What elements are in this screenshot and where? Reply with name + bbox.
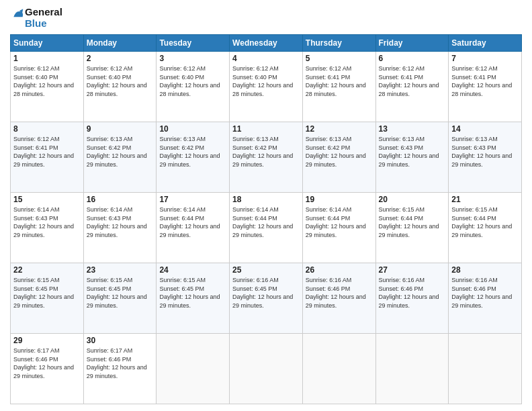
day-number: 6 xyxy=(379,54,446,63)
day-info: Sunrise: 6:15 AMSunset: 6:44 PMDaylight:… xyxy=(451,205,519,239)
day-number: 16 xyxy=(87,195,154,204)
day-number: 18 xyxy=(232,195,300,204)
day-number: 2 xyxy=(87,54,154,63)
day-info: Sunrise: 6:16 AMSunset: 6:46 PMDaylight:… xyxy=(451,276,519,310)
calendar-week-row: 1Sunrise: 6:12 AMSunset: 6:40 PMDaylight… xyxy=(11,52,522,122)
day-number: 10 xyxy=(159,124,226,134)
logo-text-line2: Blue xyxy=(25,18,62,30)
day-info: Sunrise: 6:12 AMSunset: 6:41 PMDaylight:… xyxy=(451,64,519,98)
day-info: Sunrise: 6:14 AMSunset: 6:43 PMDaylight:… xyxy=(87,205,154,239)
calendar-day-cell: 10Sunrise: 6:13 AMSunset: 6:42 PMDayligh… xyxy=(157,122,230,193)
day-info: Sunrise: 6:16 AMSunset: 6:45 PMDaylight:… xyxy=(232,276,300,310)
calendar-week-row: 29Sunrise: 6:17 AMSunset: 6:46 PMDayligh… xyxy=(11,334,522,404)
calendar-day-cell: 9Sunrise: 6:13 AMSunset: 6:42 PMDaylight… xyxy=(83,122,157,193)
calendar-body: 1Sunrise: 6:12 AMSunset: 6:40 PMDaylight… xyxy=(11,52,522,404)
day-number: 11 xyxy=(232,124,300,134)
calendar-day-cell: 22Sunrise: 6:15 AMSunset: 6:45 PMDayligh… xyxy=(11,263,84,334)
day-number: 22 xyxy=(13,265,81,275)
day-number: 5 xyxy=(306,54,373,63)
calendar-day-cell: 21Sunrise: 6:15 AMSunset: 6:44 PMDayligh… xyxy=(449,193,522,263)
day-number: 23 xyxy=(87,265,154,275)
calendar-day-cell: 27Sunrise: 6:16 AMSunset: 6:46 PMDayligh… xyxy=(375,263,449,334)
day-number: 27 xyxy=(379,265,446,275)
day-info: Sunrise: 6:12 AMSunset: 6:40 PMDaylight:… xyxy=(159,64,226,98)
logo: General Blue xyxy=(10,7,62,29)
calendar-day-cell: 28Sunrise: 6:16 AMSunset: 6:46 PMDayligh… xyxy=(449,263,522,334)
calendar-header-row: SundayMondayTuesdayWednesdayThursdayFrid… xyxy=(11,35,522,52)
calendar-day-cell: 16Sunrise: 6:14 AMSunset: 6:43 PMDayligh… xyxy=(83,193,157,263)
day-number: 7 xyxy=(451,54,519,63)
day-info: Sunrise: 6:13 AMSunset: 6:42 PMDaylight:… xyxy=(87,135,154,169)
day-number: 17 xyxy=(159,195,226,204)
calendar-week-row: 15Sunrise: 6:14 AMSunset: 6:43 PMDayligh… xyxy=(11,193,522,263)
logo-icon xyxy=(11,8,25,21)
calendar-day-cell: 11Sunrise: 6:13 AMSunset: 6:42 PMDayligh… xyxy=(230,122,303,193)
calendar-week-row: 8Sunrise: 6:12 AMSunset: 6:41 PMDaylight… xyxy=(11,122,522,193)
calendar-day-cell: 13Sunrise: 6:13 AMSunset: 6:43 PMDayligh… xyxy=(375,122,449,193)
calendar-day-cell xyxy=(375,334,449,404)
calendar-week-row: 22Sunrise: 6:15 AMSunset: 6:45 PMDayligh… xyxy=(11,263,522,334)
calendar-day-cell: 30Sunrise: 6:17 AMSunset: 6:46 PMDayligh… xyxy=(83,334,157,404)
calendar-day-cell: 14Sunrise: 6:13 AMSunset: 6:43 PMDayligh… xyxy=(449,122,522,193)
day-info: Sunrise: 6:12 AMSunset: 6:40 PMDaylight:… xyxy=(232,64,300,98)
calendar-day-cell: 7Sunrise: 6:12 AMSunset: 6:41 PMDaylight… xyxy=(449,52,522,122)
day-info: Sunrise: 6:14 AMSunset: 6:43 PMDaylight:… xyxy=(13,205,81,239)
day-number: 15 xyxy=(13,195,81,204)
calendar-day-cell: 23Sunrise: 6:15 AMSunset: 6:45 PMDayligh… xyxy=(83,263,157,334)
day-info: Sunrise: 6:13 AMSunset: 6:42 PMDaylight:… xyxy=(159,135,226,169)
day-info: Sunrise: 6:17 AMSunset: 6:46 PMDaylight:… xyxy=(13,347,81,380)
day-number: 3 xyxy=(159,54,226,63)
calendar-day-cell: 12Sunrise: 6:13 AMSunset: 6:42 PMDayligh… xyxy=(302,122,375,193)
calendar-day-cell: 29Sunrise: 6:17 AMSunset: 6:46 PMDayligh… xyxy=(11,334,84,404)
day-info: Sunrise: 6:12 AMSunset: 6:41 PMDaylight:… xyxy=(379,64,446,98)
day-number: 28 xyxy=(451,265,519,275)
day-number: 12 xyxy=(306,124,373,134)
day-number: 26 xyxy=(306,265,373,275)
day-number: 19 xyxy=(306,195,373,204)
calendar-header-cell: Tuesday xyxy=(157,35,230,52)
day-info: Sunrise: 6:15 AMSunset: 6:45 PMDaylight:… xyxy=(159,276,226,310)
day-number: 25 xyxy=(232,265,300,275)
day-info: Sunrise: 6:13 AMSunset: 6:42 PMDaylight:… xyxy=(306,135,373,169)
day-number: 29 xyxy=(13,336,81,345)
calendar-day-cell: 8Sunrise: 6:12 AMSunset: 6:41 PMDaylight… xyxy=(11,122,84,193)
calendar-day-cell: 15Sunrise: 6:14 AMSunset: 6:43 PMDayligh… xyxy=(11,193,84,263)
calendar-header-cell: Sunday xyxy=(11,35,84,52)
calendar-day-cell: 26Sunrise: 6:16 AMSunset: 6:46 PMDayligh… xyxy=(302,263,375,334)
calendar-day-cell xyxy=(230,334,303,404)
calendar-header-cell: Friday xyxy=(375,35,449,52)
day-info: Sunrise: 6:12 AMSunset: 6:40 PMDaylight:… xyxy=(87,64,154,98)
calendar-day-cell xyxy=(449,334,522,404)
day-info: Sunrise: 6:15 AMSunset: 6:45 PMDaylight:… xyxy=(87,276,154,310)
calendar-day-cell: 24Sunrise: 6:15 AMSunset: 6:45 PMDayligh… xyxy=(157,263,230,334)
calendar-day-cell: 19Sunrise: 6:14 AMSunset: 6:44 PMDayligh… xyxy=(302,193,375,263)
day-info: Sunrise: 6:14 AMSunset: 6:44 PMDaylight:… xyxy=(232,205,300,239)
calendar-page: General Blue SundayMondayTuesdayWednesda… xyxy=(0,0,532,411)
calendar-day-cell: 25Sunrise: 6:16 AMSunset: 6:45 PMDayligh… xyxy=(230,263,303,334)
day-info: Sunrise: 6:13 AMSunset: 6:43 PMDaylight:… xyxy=(451,135,519,169)
day-number: 1 xyxy=(13,54,81,63)
calendar-day-cell: 4Sunrise: 6:12 AMSunset: 6:40 PMDaylight… xyxy=(230,52,303,122)
calendar-day-cell: 3Sunrise: 6:12 AMSunset: 6:40 PMDaylight… xyxy=(157,52,230,122)
calendar-day-cell: 20Sunrise: 6:15 AMSunset: 6:44 PMDayligh… xyxy=(375,193,449,263)
calendar-day-cell: 18Sunrise: 6:14 AMSunset: 6:44 PMDayligh… xyxy=(230,193,303,263)
day-info: Sunrise: 6:14 AMSunset: 6:44 PMDaylight:… xyxy=(159,205,226,239)
day-number: 21 xyxy=(451,195,519,204)
calendar-header-cell: Monday xyxy=(83,35,157,52)
day-info: Sunrise: 6:16 AMSunset: 6:46 PMDaylight:… xyxy=(306,276,373,310)
day-info: Sunrise: 6:15 AMSunset: 6:44 PMDaylight:… xyxy=(379,205,446,239)
calendar-day-cell: 17Sunrise: 6:14 AMSunset: 6:44 PMDayligh… xyxy=(157,193,230,263)
calendar-header-cell: Thursday xyxy=(302,35,375,52)
day-info: Sunrise: 6:15 AMSunset: 6:45 PMDaylight:… xyxy=(13,276,81,310)
calendar-day-cell: 5Sunrise: 6:12 AMSunset: 6:41 PMDaylight… xyxy=(302,52,375,122)
day-info: Sunrise: 6:13 AMSunset: 6:42 PMDaylight:… xyxy=(232,135,300,169)
calendar-day-cell xyxy=(302,334,375,404)
day-number: 13 xyxy=(379,124,446,134)
day-info: Sunrise: 6:12 AMSunset: 6:41 PMDaylight:… xyxy=(13,135,81,169)
calendar-day-cell: 2Sunrise: 6:12 AMSunset: 6:40 PMDaylight… xyxy=(83,52,157,122)
day-number: 24 xyxy=(159,265,226,275)
day-number: 14 xyxy=(451,124,519,134)
day-info: Sunrise: 6:14 AMSunset: 6:44 PMDaylight:… xyxy=(306,205,373,239)
day-number: 4 xyxy=(232,54,300,63)
day-number: 30 xyxy=(87,336,154,345)
